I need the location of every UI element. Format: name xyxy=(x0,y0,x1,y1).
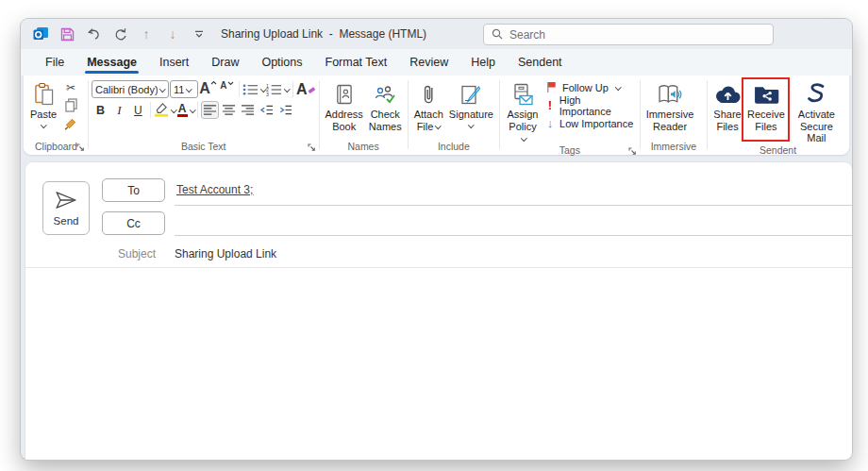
chevron-down-icon xyxy=(186,86,192,92)
tab-help[interactable]: Help xyxy=(459,49,507,76)
shrink-font-button[interactable]: A xyxy=(218,80,236,98)
bullets-button[interactable] xyxy=(242,80,266,98)
group-divider xyxy=(707,80,708,149)
italic-button[interactable]: I xyxy=(110,101,128,119)
send-plane-icon xyxy=(54,191,78,211)
address-book-icon xyxy=(335,80,353,109)
tab-review[interactable]: Review xyxy=(398,49,459,76)
dialog-launcher-icon[interactable] xyxy=(628,146,637,158)
search-input[interactable] xyxy=(509,28,765,42)
attach-file-button[interactable]: Attach File xyxy=(411,78,446,132)
group-label-sendent: Sendent xyxy=(709,144,847,156)
follow-up-button[interactable]: Follow Up xyxy=(542,79,637,95)
share-files-cloud-icon xyxy=(713,80,742,109)
dialog-launcher-icon[interactable] xyxy=(76,143,85,154)
message-body[interactable] xyxy=(25,268,852,460)
cut-icon[interactable]: ✂ xyxy=(61,78,80,96)
group-label-include: Include xyxy=(409,141,498,155)
tab-draw[interactable]: Draw xyxy=(200,49,250,76)
receive-files-button[interactable]: Receive Files xyxy=(744,78,788,132)
save-icon[interactable] xyxy=(58,25,75,42)
signature-button[interactable]: Signature xyxy=(446,78,496,126)
to-button[interactable]: To xyxy=(102,178,165,202)
ribbon: Paste ✂ Clipboard xyxy=(24,76,849,155)
chevron-down-icon xyxy=(171,107,176,112)
assign-policy-icon xyxy=(512,80,533,109)
decrease-indent-button[interactable] xyxy=(258,101,275,119)
high-importance-button[interactable]: ! High Importance xyxy=(542,97,637,113)
check-names-button[interactable]: Check Names xyxy=(366,78,405,132)
title-bar: ↑ ↓ Sharing Upload Link - Message (HTML) xyxy=(21,19,852,49)
paste-clipboard-icon xyxy=(34,80,54,109)
search-bar[interactable] xyxy=(483,24,774,45)
chevron-down-icon xyxy=(41,122,46,127)
outlook-app-icon xyxy=(32,25,49,42)
tab-insert[interactable]: Insert xyxy=(148,49,200,76)
customize-qat-icon[interactable] xyxy=(191,25,208,42)
font-name-select[interactable]: Calibri (Body) xyxy=(92,80,169,98)
align-left-button[interactable] xyxy=(201,101,219,119)
activate-secure-mail-button[interactable]: Activate Secure Mail xyxy=(788,78,845,144)
undo-icon[interactable] xyxy=(85,25,102,42)
signature-icon xyxy=(460,80,481,109)
tab-file[interactable]: File xyxy=(34,49,75,76)
cc-field[interactable] xyxy=(175,206,852,236)
format-painter-icon[interactable] xyxy=(61,114,80,132)
cc-button[interactable]: Cc xyxy=(102,211,165,235)
group-basic-text: Calibri (Body) 11 A A 123 xyxy=(90,76,318,155)
redo-icon[interactable] xyxy=(111,25,128,42)
secure-mail-s-icon xyxy=(805,80,827,109)
tab-message[interactable]: Message xyxy=(75,49,148,76)
window-title: Sharing Upload Link - Message (HTML) xyxy=(221,27,426,41)
quick-access-toolbar: ↑ ↓ xyxy=(32,25,208,42)
chevron-down-icon xyxy=(260,86,266,92)
tab-options[interactable]: Options xyxy=(250,49,313,76)
font-color-button[interactable]: A xyxy=(176,101,194,119)
group-immersive: Immersive Reader Immersive xyxy=(642,76,706,155)
move-up-icon[interactable]: ↑ xyxy=(138,25,155,42)
font-size-select[interactable]: 11 xyxy=(170,80,198,98)
tab-format-text[interactable]: Format Text xyxy=(314,49,399,76)
tab-sendent[interactable]: Sendent xyxy=(507,49,574,76)
underline-button[interactable]: U xyxy=(129,101,147,119)
align-right-button[interactable] xyxy=(239,101,257,119)
group-divider xyxy=(408,80,409,149)
chevron-down-icon xyxy=(190,107,195,112)
dialog-launcher-icon[interactable] xyxy=(308,143,316,154)
copy-icon[interactable] xyxy=(61,96,80,114)
grow-font-button[interactable]: A xyxy=(199,80,217,98)
search-icon xyxy=(492,26,503,43)
subject-field[interactable]: Sharing Upload Link xyxy=(175,247,276,261)
chevron-down-icon xyxy=(521,135,526,141)
group-divider xyxy=(88,80,89,149)
assign-policy-button[interactable]: Assign Policy xyxy=(503,78,542,144)
low-importance-icon: ↓ xyxy=(545,116,555,130)
paste-button[interactable]: Paste xyxy=(27,78,59,126)
clear-formatting-button[interactable]: A xyxy=(296,80,316,98)
group-sendent: Share Files Receive Files Activate Secur… xyxy=(709,76,847,155)
address-book-button[interactable]: Address Book xyxy=(322,78,365,132)
paperclip-icon xyxy=(423,80,434,109)
recipient-chip[interactable]: Test Account 3; xyxy=(176,183,253,196)
check-names-icon xyxy=(375,80,395,109)
to-field[interactable] xyxy=(175,176,852,206)
align-center-button[interactable] xyxy=(220,101,238,119)
group-names: Address Book Check Names Names xyxy=(320,76,406,155)
highlight-color-button[interactable] xyxy=(154,101,176,119)
low-importance-button[interactable]: ↓ Low Importance xyxy=(542,115,637,131)
bold-button[interactable]: B xyxy=(92,101,109,119)
ribbon-tabs: File Message Insert Draw Options Format … xyxy=(21,49,852,76)
share-files-button[interactable]: Share Files xyxy=(710,78,744,132)
group-label-names: Names xyxy=(320,141,406,155)
group-tags: Assign Policy Follow Up ! High Importanc… xyxy=(501,76,639,155)
send-button[interactable]: Send xyxy=(42,181,90,235)
chevron-down-icon xyxy=(160,86,166,92)
group-label-tags: Tags xyxy=(501,144,639,156)
immersive-reader-button[interactable]: Immersive Reader xyxy=(643,78,697,132)
group-label-basic-text: Basic Text xyxy=(90,141,318,155)
numbering-button[interactable]: 123 xyxy=(266,80,290,98)
group-clipboard: Paste ✂ Clipboard xyxy=(25,76,87,155)
move-down-icon[interactable]: ↓ xyxy=(164,25,181,42)
high-importance-icon: ! xyxy=(545,98,555,112)
increase-indent-button[interactable] xyxy=(276,101,294,119)
